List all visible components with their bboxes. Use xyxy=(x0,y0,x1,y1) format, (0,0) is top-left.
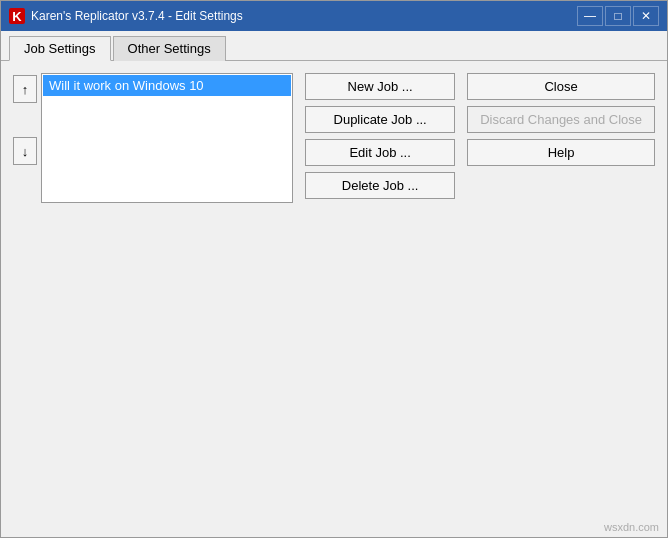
window-close-button[interactable]: ✕ xyxy=(633,6,659,26)
action-buttons: New Job ... Duplicate Job ... Edit Job .… xyxy=(305,73,455,203)
edit-job-button[interactable]: Edit Job ... xyxy=(305,139,455,166)
title-bar: K Karen's Replicator v3.7.4 - Edit Setti… xyxy=(1,1,667,31)
tab-job-settings[interactable]: Job Settings xyxy=(9,36,111,61)
maximize-button[interactable]: □ xyxy=(605,6,631,26)
tab-bar: Job Settings Other Settings xyxy=(1,31,667,61)
right-buttons: Close Discard Changes and Close Help xyxy=(467,73,655,203)
close-button[interactable]: Close xyxy=(467,73,655,100)
app-icon: K xyxy=(9,8,25,24)
list-item[interactable]: Will it work on Windows 10 xyxy=(43,75,291,96)
minimize-button[interactable]: — xyxy=(577,6,603,26)
title-bar-buttons: — □ ✕ xyxy=(577,6,659,26)
main-row: ↑ ↓ Will it work on Windows 10 New Job .… xyxy=(13,73,655,203)
move-down-button[interactable]: ↓ xyxy=(13,137,37,165)
job-list[interactable]: Will it work on Windows 10 xyxy=(41,73,293,203)
main-window: K Karen's Replicator v3.7.4 - Edit Setti… xyxy=(0,0,668,538)
discard-changes-close-button: Discard Changes and Close xyxy=(467,106,655,133)
delete-job-button[interactable]: Delete Job ... xyxy=(305,172,455,199)
tab-other-settings[interactable]: Other Settings xyxy=(113,36,226,61)
buttons-area: New Job ... Duplicate Job ... Edit Job .… xyxy=(305,73,655,203)
arrow-up-icon: ↑ xyxy=(22,82,29,97)
move-up-button[interactable]: ↑ xyxy=(13,75,37,103)
new-job-button[interactable]: New Job ... xyxy=(305,73,455,100)
job-list-container: ↑ ↓ Will it work on Windows 10 xyxy=(13,73,293,203)
window-title: Karen's Replicator v3.7.4 - Edit Setting… xyxy=(31,9,243,23)
watermark: wsxdn.com xyxy=(604,521,659,533)
arrow-down-icon: ↓ xyxy=(22,144,29,159)
move-buttons: ↑ ↓ xyxy=(13,73,37,203)
title-bar-left: K Karen's Replicator v3.7.4 - Edit Setti… xyxy=(9,8,243,24)
content-area: ↑ ↓ Will it work on Windows 10 New Job .… xyxy=(1,61,667,537)
help-button[interactable]: Help xyxy=(467,139,655,166)
duplicate-job-button[interactable]: Duplicate Job ... xyxy=(305,106,455,133)
